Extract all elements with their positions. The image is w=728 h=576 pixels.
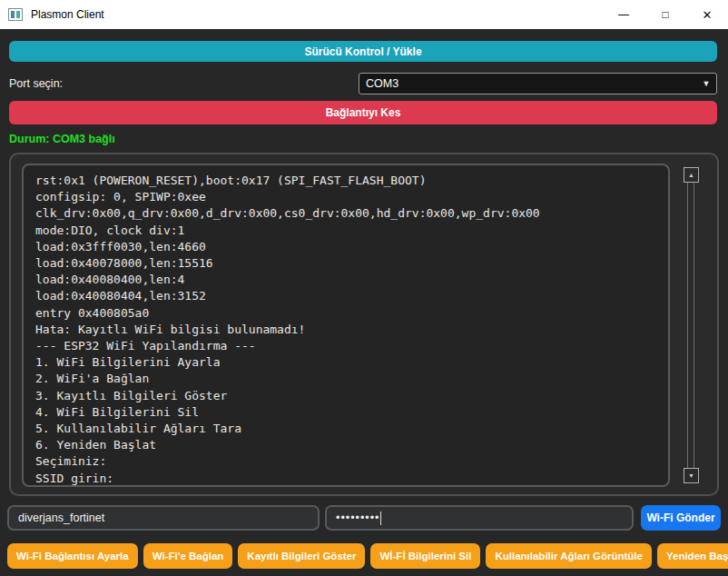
scrollbar-track[interactable]: [687, 183, 694, 468]
actions-row: Wi-Fi Bağlantısı Ayarla Wi-Fi'e Bağlan K…: [7, 543, 721, 569]
app-window: Plasmon Client — □ ✕ Sürücü Kontrol / Yü…: [0, 0, 728, 576]
password-input[interactable]: •••••••••: [325, 505, 634, 531]
close-button[interactable]: ✕: [686, 0, 728, 29]
ssid-value: diverjans_fortinet: [18, 511, 104, 524]
show-saved-info-button[interactable]: Kayıtlı Bilgileri Göster: [238, 543, 365, 569]
arrow-up-icon: ▲: [688, 172, 694, 178]
terminal-output[interactable]: rst:0x1 (POWERON_RESET),boot:0x17 (SPI_F…: [22, 164, 670, 487]
delete-wifi-info-button[interactable]: Wİ-Fİ Bilgilerini Sil: [370, 543, 480, 569]
maximize-button[interactable]: □: [644, 0, 686, 29]
port-selected-value: COM3: [359, 77, 696, 90]
scan-networks-button[interactable]: Kullanılabilir Ağları Görüntüle: [486, 543, 652, 569]
titlebar: Plasmon Client — □ ✕: [0, 0, 728, 29]
terminal-scrollbar[interactable]: ▲ ▼: [684, 167, 699, 483]
app-icon: [8, 8, 23, 21]
terminal-frame: rst:0x1 (POWERON_RESET),boot:0x17 (SPI_F…: [9, 153, 719, 496]
ssid-input[interactable]: diverjans_fortinet: [7, 505, 320, 531]
password-value: •••••••••: [336, 511, 379, 524]
window-title: Plasmon Client: [31, 8, 104, 21]
terminal-text: rst:0x1 (POWERON_RESET),boot:0x17 (SPI_F…: [35, 173, 668, 487]
arrow-down-icon: ▼: [688, 472, 694, 479]
wifi-connect-button[interactable]: Wi-Fi'e Bağlan: [143, 543, 233, 569]
driver-check-button[interactable]: Sürücü Kontrol / Yükle: [9, 41, 717, 62]
port-select-label: Port seçin:: [9, 77, 63, 90]
restart-button[interactable]: Yeniden Başlat: [657, 543, 728, 569]
port-combobox[interactable]: COM3 ▼: [359, 73, 717, 94]
wifi-send-button[interactable]: Wi-Fi Gönder: [641, 505, 721, 531]
scroll-down-button[interactable]: ▼: [684, 468, 699, 483]
scroll-up-button[interactable]: ▲: [684, 167, 699, 183]
text-caret: [380, 511, 381, 525]
chevron-down-icon[interactable]: ▼: [696, 79, 716, 88]
disconnect-button[interactable]: Bağlantıyı Kes: [9, 101, 717, 124]
wifi-setup-button[interactable]: Wi-Fi Bağlantısı Ayarla: [7, 543, 138, 569]
caption-controls: — □ ✕: [603, 0, 728, 29]
minimize-button[interactable]: —: [603, 0, 644, 29]
status-text: Durum: COM3 bağlı: [9, 133, 115, 145]
